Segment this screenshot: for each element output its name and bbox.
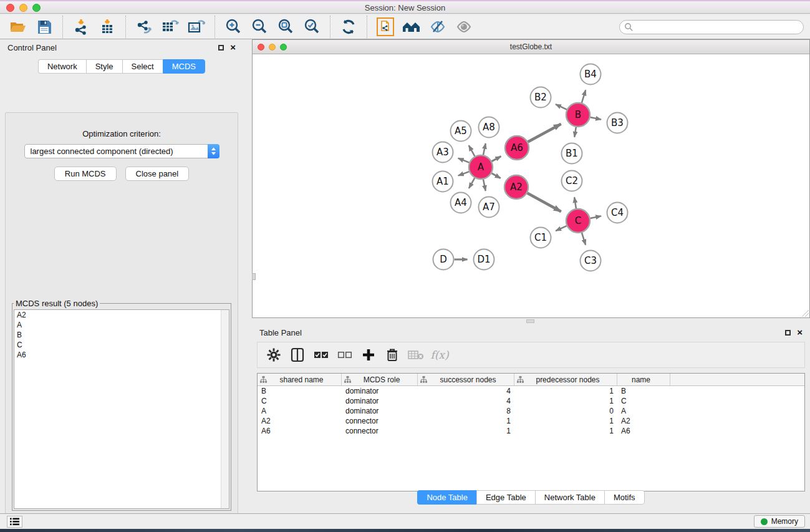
table-cell[interactable]: 4 xyxy=(418,396,514,406)
node-C3[interactable]: C3 xyxy=(581,251,601,271)
network-zoom-button[interactable] xyxy=(280,44,287,51)
edge-C-C2[interactable] xyxy=(574,197,576,208)
edge-A-A6[interactable] xyxy=(492,157,501,162)
save-session-button[interactable] xyxy=(31,17,57,37)
mcds-result-item[interactable]: C xyxy=(14,340,229,350)
table-cell[interactable]: 1 xyxy=(418,426,514,436)
import-network-button[interactable] xyxy=(68,17,94,37)
network-overview-button[interactable] xyxy=(372,17,398,37)
network-window-titlebar[interactable]: testGlobe.txt xyxy=(253,40,809,54)
edge-B-B4[interactable] xyxy=(582,90,586,103)
edge-C-C1[interactable] xyxy=(556,226,567,231)
float-panel-icon[interactable] xyxy=(218,45,224,51)
zoom-out-button[interactable] xyxy=(246,17,272,37)
tab-motifs[interactable]: Motifs xyxy=(604,490,645,505)
network-minimize-button[interactable] xyxy=(269,44,276,51)
edge-A2-C[interactable] xyxy=(528,193,561,212)
table-cell[interactable]: connector xyxy=(342,416,418,426)
edge-A-A3[interactable] xyxy=(458,158,470,163)
node-A[interactable]: A xyxy=(469,155,493,179)
node-B2[interactable]: B2 xyxy=(531,87,551,108)
edge-A-A1[interactable] xyxy=(458,172,469,176)
node-B3[interactable]: B3 xyxy=(607,113,628,133)
table-row[interactable]: A2connector11A2 xyxy=(258,416,804,426)
node-A7[interactable]: A7 xyxy=(479,197,499,218)
edge-A-A4[interactable] xyxy=(469,178,475,188)
node-A3[interactable]: A3 xyxy=(433,142,453,163)
table-cell[interactable]: 0 xyxy=(514,406,617,416)
float-panel-icon[interactable] xyxy=(785,330,791,336)
table-row[interactable]: Adominator80A xyxy=(258,406,804,416)
tab-node-table[interactable]: Node Table xyxy=(417,490,476,505)
node-A6[interactable]: A6 xyxy=(505,136,529,160)
node-D[interactable]: D xyxy=(433,249,454,270)
table-settings-button[interactable] xyxy=(264,346,284,364)
network-canvas[interactable]: B4B2BB3B1A5A8A6A3AA1C2A2A4A7C4CC1C3DD1 xyxy=(253,54,809,317)
table-row[interactable]: Bdominator41B xyxy=(258,386,804,396)
node-A8[interactable]: A8 xyxy=(479,117,499,138)
network-close-button[interactable] xyxy=(258,44,264,51)
edge-B-B1[interactable] xyxy=(574,127,576,137)
result-scrollbar[interactable] xyxy=(221,310,229,508)
import-table-button[interactable] xyxy=(94,17,120,37)
open-file-button[interactable] xyxy=(5,17,31,37)
table-cell[interactable]: A6 xyxy=(258,426,342,436)
node-B1[interactable]: B1 xyxy=(562,143,582,164)
table-cell[interactable]: 1 xyxy=(418,416,514,426)
node-C[interactable]: C xyxy=(566,209,590,233)
mcds-result-item[interactable]: B xyxy=(14,330,229,340)
table-cell[interactable]: connector xyxy=(342,426,418,436)
tab-style[interactable]: Style xyxy=(86,59,122,74)
column-header-shared-name[interactable]: shared name xyxy=(258,374,342,385)
mcds-result-item[interactable]: A2 xyxy=(14,310,229,320)
home-button[interactable] xyxy=(398,17,425,37)
table-cell[interactable]: A2 xyxy=(258,416,342,426)
zoom-selected-button[interactable] xyxy=(299,17,325,37)
table-row[interactable]: A6connector11A6 xyxy=(258,426,804,436)
zoom-fit-button[interactable] xyxy=(272,17,299,37)
node-A1[interactable]: A1 xyxy=(433,172,453,192)
node-C2[interactable]: C2 xyxy=(562,171,582,191)
node-C1[interactable]: C1 xyxy=(531,228,551,248)
column-header-name[interactable]: name xyxy=(617,374,670,385)
splitter-handle[interactable] xyxy=(252,273,256,280)
hide-panels-button[interactable] xyxy=(425,17,451,37)
node-B[interactable]: B xyxy=(566,103,590,127)
table-row[interactable]: Cdominator41C xyxy=(258,396,804,406)
resize-grip[interactable] xyxy=(801,309,809,317)
table-cell[interactable]: 8 xyxy=(418,406,514,416)
splitter-handle[interactable] xyxy=(526,319,534,323)
table-cell[interactable]: 4 xyxy=(418,386,514,396)
close-panel-button[interactable]: Close panel xyxy=(125,167,190,181)
table-cell[interactable]: C xyxy=(258,396,342,406)
show-columns-button[interactable] xyxy=(287,346,307,364)
node-A4[interactable]: A4 xyxy=(451,193,471,213)
network-graph[interactable]: B4B2BB3B1A5A8A6A3AA1C2A2A4A7C4CC1C3DD1 xyxy=(253,54,809,317)
edge-A6-B[interactable] xyxy=(528,124,561,142)
table-cell[interactable]: dominator xyxy=(342,386,418,396)
mcds-result-item[interactable]: A xyxy=(14,320,229,330)
mcds-result-item[interactable]: A6 xyxy=(14,350,229,360)
table-cell[interactable]: C xyxy=(617,396,670,406)
node-C4[interactable]: C4 xyxy=(607,203,628,223)
tab-network-table[interactable]: Network Table xyxy=(535,490,604,505)
export-network-button[interactable] xyxy=(131,17,157,37)
edge-C-C4[interactable] xyxy=(591,216,601,218)
edge-A-A5[interactable] xyxy=(469,145,475,156)
table-cell[interactable]: A6 xyxy=(617,426,670,436)
edge-B-B2[interactable] xyxy=(556,104,567,109)
refresh-button[interactable] xyxy=(335,17,362,37)
close-panel-icon[interactable]: × xyxy=(230,44,236,51)
table-cell[interactable]: A xyxy=(258,406,342,416)
mcds-result-list[interactable]: A2ABCA6 xyxy=(14,309,229,509)
export-table-button[interactable] xyxy=(157,17,183,37)
run-mcds-button[interactable]: Run MCDS xyxy=(54,167,117,181)
deselect-all-button[interactable] xyxy=(335,346,355,364)
delete-table-button[interactable] xyxy=(406,346,426,364)
table-cell[interactable]: B xyxy=(617,386,670,396)
function-builder-button[interactable]: f(x) xyxy=(430,346,450,364)
node-D1[interactable]: D1 xyxy=(474,249,494,270)
table-cell[interactable]: A2 xyxy=(617,416,670,426)
table-cell[interactable]: B xyxy=(258,386,342,396)
criterion-select[interactable]: largest connected component (directed) xyxy=(24,144,219,158)
